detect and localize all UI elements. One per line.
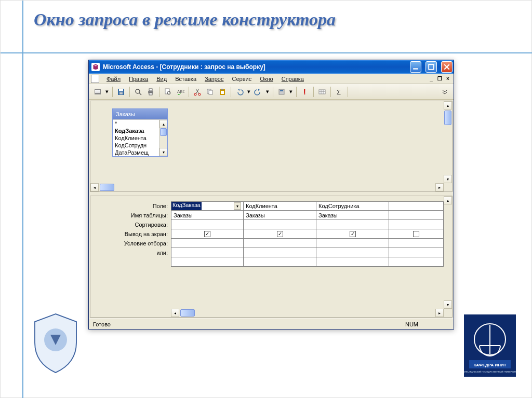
spelling-button[interactable]: ABC <box>175 86 186 98</box>
grid-sort-cell[interactable] <box>244 220 316 229</box>
menu-help[interactable]: Справка <box>277 75 308 83</box>
show-table-button[interactable] <box>316 86 328 98</box>
redo-dropdown[interactable]: ▾ <box>265 88 270 95</box>
grid-empty-cell[interactable] <box>389 211 444 220</box>
scroll-up-icon[interactable]: ▴ <box>444 101 452 109</box>
menu-file[interactable]: Файл <box>102 75 125 83</box>
scroll-down-icon[interactable]: ▾ <box>444 300 452 309</box>
scroll-thumb[interactable] <box>100 184 114 191</box>
scroll-down-icon[interactable]: ▾ <box>159 148 167 156</box>
maximize-button[interactable] <box>425 61 437 73</box>
undo-button[interactable] <box>234 86 245 98</box>
cut-button[interactable] <box>192 86 203 98</box>
checkbox-icon[interactable] <box>413 231 419 237</box>
view-button[interactable] <box>92 86 103 98</box>
svg-rect-5 <box>95 92 100 93</box>
grid-empty-cell[interactable] <box>389 248 444 257</box>
print-button[interactable] <box>145 86 156 98</box>
grid-criteria-cell[interactable] <box>171 239 244 248</box>
menu-insert[interactable]: Вставка <box>171 75 201 83</box>
pane-vscroll[interactable]: ▴ ▾ <box>444 101 452 183</box>
table-box-title[interactable]: Заказы <box>113 109 167 119</box>
checkbox-checked-icon[interactable]: ✓ <box>277 231 283 237</box>
grid-label-or: или: <box>90 248 171 257</box>
undo-dropdown[interactable]: ▾ <box>246 88 251 95</box>
close-button[interactable] <box>441 61 453 73</box>
paste-button[interactable] <box>217 86 228 98</box>
search-button[interactable] <box>132 86 144 98</box>
scroll-up-icon[interactable]: ▴ <box>444 196 452 204</box>
table-field[interactable]: КодКлиента <box>113 134 159 142</box>
scroll-right-icon[interactable]: ▸ <box>435 309 444 317</box>
svg-rect-23 <box>279 89 284 94</box>
grid-blank-cell[interactable] <box>171 257 244 267</box>
status-num: NUM <box>405 321 418 327</box>
table-field-all[interactable]: * <box>113 120 159 127</box>
grid-show-cell[interactable] <box>389 229 444 239</box>
table-field[interactable]: ДатаРазмещ <box>113 149 159 156</box>
grid-criteria-cell[interactable] <box>244 239 316 248</box>
table-field-primary[interactable]: КодЗаказа <box>113 127 159 134</box>
view-dropdown[interactable]: ▾ <box>104 88 110 95</box>
scroll-left-icon[interactable]: ◂ <box>171 309 179 317</box>
menu-edit[interactable]: Правка <box>125 75 152 83</box>
minimize-button[interactable] <box>410 61 421 73</box>
query-type-button[interactable] <box>276 86 287 98</box>
scroll-thumb[interactable] <box>180 309 195 317</box>
grid-sort-cell[interactable] <box>171 220 244 229</box>
grid-blank-cell[interactable] <box>316 257 389 267</box>
menu-service[interactable]: Сервис <box>228 75 256 83</box>
dropdown-icon[interactable]: ▾ <box>234 202 241 210</box>
grid-or-cell[interactable] <box>171 248 244 257</box>
grid-table-cell[interactable]: Заказы <box>171 211 244 220</box>
tables-pane-content[interactable]: Заказы * КодЗаказа КодКлиента КодСотрудн… <box>90 101 444 183</box>
grid-table-cell[interactable]: Заказы <box>244 211 316 220</box>
qbe-vscroll[interactable]: ▴ ▾ <box>444 196 452 309</box>
redo-button[interactable] <box>252 86 264 98</box>
toolbar-expand[interactable] <box>439 86 450 98</box>
tablebox-scrollbar[interactable]: ▴ ▾ <box>159 120 167 156</box>
qbe-hscroll[interactable]: ◂ ▸ <box>171 309 444 317</box>
scroll-up-icon[interactable]: ▴ <box>159 120 167 128</box>
grid-sort-cell[interactable] <box>316 220 389 229</box>
mdi-restore[interactable]: ❐ <box>436 75 443 83</box>
grid-show-cell[interactable]: ✓ <box>316 229 389 239</box>
grid-field-cell[interactable]: КодКлиента <box>244 201 316 211</box>
print-preview-button[interactable] <box>162 86 174 98</box>
mdi-minimize[interactable]: _ <box>428 75 435 83</box>
save-button[interactable] <box>115 86 127 98</box>
grid-criteria-cell[interactable] <box>316 239 389 248</box>
grid-field-cell[interactable]: КодЗаказа ▾ <box>171 201 244 211</box>
mdi-close[interactable]: × <box>444 75 451 83</box>
grid-or-cell[interactable] <box>244 248 316 257</box>
grid-empty-cell[interactable] <box>389 220 444 229</box>
checkbox-checked-icon[interactable]: ✓ <box>350 231 356 237</box>
menu-query[interactable]: Запрос <box>201 75 228 83</box>
menu-view[interactable]: Вид <box>152 75 171 83</box>
scroll-left-icon[interactable]: ◂ <box>90 183 99 191</box>
tables-pane: Заказы * КодЗаказа КодКлиента КодСотрудн… <box>90 101 453 192</box>
grid-show-cell[interactable]: ✓ <box>171 229 244 239</box>
pane-hscroll[interactable]: ◂ ▸ <box>90 183 444 191</box>
grid-blank-cell[interactable] <box>244 257 316 267</box>
totals-button[interactable]: Σ <box>334 86 345 98</box>
copy-button[interactable] <box>204 86 216 98</box>
menu-window[interactable]: Окно <box>256 75 277 83</box>
scroll-down-icon[interactable]: ▾ <box>444 175 452 183</box>
run-button[interactable]: ! <box>299 86 311 98</box>
grid-field-cell[interactable]: КодСотрудника <box>316 201 389 211</box>
grid-or-cell[interactable] <box>316 248 389 257</box>
scroll-right-icon[interactable]: ▸ <box>435 183 444 191</box>
grid-table-cell[interactable]: Заказы <box>316 211 389 220</box>
grid-empty-cell[interactable] <box>389 257 444 267</box>
grid-empty-cell[interactable] <box>389 239 444 248</box>
scroll-thumb[interactable] <box>160 128 167 136</box>
grid-empty-cell[interactable] <box>389 201 444 211</box>
checkbox-checked-icon[interactable]: ✓ <box>204 231 210 237</box>
grid-label-sort: Сортировка: <box>90 220 171 229</box>
scroll-thumb[interactable] <box>444 111 451 125</box>
query-type-dropdown[interactable]: ▾ <box>288 88 294 95</box>
table-field[interactable]: КодСотрудн <box>113 142 159 149</box>
grid-show-cell[interactable]: ✓ <box>244 229 316 239</box>
table-box-orders[interactable]: Заказы * КодЗаказа КодКлиента КодСотрудн… <box>112 108 168 157</box>
